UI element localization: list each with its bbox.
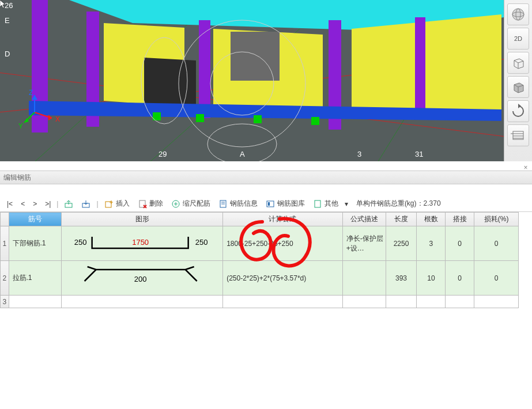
svg-text:31: 31 bbox=[415, 150, 423, 158]
svg-text:29: 29 bbox=[159, 150, 167, 158]
col-header-shape[interactable]: 图形 bbox=[61, 213, 222, 226]
svg-rect-13 bbox=[199, 20, 210, 118]
cell-shape: 250 1750 250 bbox=[61, 226, 222, 261]
rebar-table: 筋号 图形 计算公式 公式描述 长度 根数 搭接 损耗(%) 1 下部钢筋.1 … bbox=[0, 212, 519, 308]
cell-name: 下部钢筋.1 bbox=[9, 226, 61, 261]
svg-text:26: 26 bbox=[5, 1, 13, 10]
cell-length: 393 bbox=[386, 261, 417, 296]
col-header-count[interactable]: 根数 bbox=[417, 213, 446, 226]
axis-x-label: X bbox=[55, 115, 60, 123]
nav-first-button[interactable]: |< bbox=[3, 199, 16, 209]
other-dropdown[interactable]: 其他 ▾ bbox=[310, 198, 352, 210]
globe-view-button[interactable] bbox=[507, 3, 529, 25]
svg-rect-58 bbox=[267, 201, 274, 207]
viewport-3d[interactable]: X Y Z 26 E D 29 A 3 31 bbox=[0, 0, 504, 161]
cell-length: 2250 bbox=[386, 226, 417, 261]
viewport-scene: X Y Z 26 E D 29 A 3 31 bbox=[0, 0, 504, 161]
summary-value: 2.370 bbox=[424, 199, 441, 207]
panel-toggle-button[interactable] bbox=[507, 124, 529, 146]
svg-rect-20 bbox=[311, 117, 319, 125]
cell-formula: 1800-25+250-25+250 bbox=[223, 226, 343, 261]
col-header-lap[interactable]: 搭接 bbox=[446, 213, 474, 226]
axis-y-label: Y bbox=[18, 122, 23, 130]
chevron-down-icon: ▾ bbox=[345, 200, 348, 208]
cell-lap: 0 bbox=[446, 261, 474, 296]
svg-text:D: D bbox=[5, 50, 10, 58]
col-header-desc[interactable]: 公式描述 bbox=[342, 213, 386, 226]
cell-loss: 0 bbox=[474, 226, 519, 261]
cell-desc bbox=[342, 261, 386, 296]
cube-wire-button[interactable] bbox=[507, 52, 529, 74]
svg-marker-8 bbox=[352, 14, 501, 118]
rotate-button[interactable] bbox=[507, 100, 529, 122]
cursor-icon bbox=[0, 0, 6, 9]
svg-rect-19 bbox=[254, 115, 262, 123]
col-header-formula[interactable]: 计算公式 bbox=[223, 213, 343, 226]
right-toolbar: 2D bbox=[504, 0, 532, 161]
svg-marker-9 bbox=[144, 58, 196, 109]
scale-button[interactable]: 缩尺配筋 bbox=[168, 198, 214, 210]
col-header-name[interactable]: 筋号 bbox=[9, 213, 61, 226]
svg-text:A: A bbox=[240, 150, 245, 158]
cube-solid-button[interactable] bbox=[507, 76, 529, 98]
svg-point-38 bbox=[512, 9, 524, 20]
info-button[interactable]: 钢筋信息 bbox=[215, 198, 261, 210]
cell-loss: 0 bbox=[474, 261, 519, 296]
export-up-button[interactable] bbox=[61, 198, 77, 210]
panel-title: 编辑钢筋 bbox=[0, 171, 532, 184]
svg-text:E: E bbox=[5, 16, 10, 25]
table-row[interactable]: 1 下部钢筋.1 250 1750 250 1800-25+250-25+250… bbox=[1, 226, 519, 261]
svg-rect-18 bbox=[196, 114, 204, 122]
cell-desc: 净长-保护层+设… bbox=[342, 226, 386, 261]
nav-prev-button[interactable]: < bbox=[17, 199, 28, 209]
nav-next-button[interactable]: > bbox=[29, 199, 40, 209]
cell-name: 拉筋.1 bbox=[9, 261, 61, 296]
svg-rect-59 bbox=[268, 202, 270, 206]
summary-label: 单构件钢筋总重(kg)：2.370 bbox=[356, 199, 441, 209]
cell-formula: (250-2*25)+2*(75+3.57*d) bbox=[223, 261, 343, 296]
import-down-button[interactable] bbox=[78, 198, 94, 210]
nav-last-button[interactable]: >| bbox=[41, 199, 54, 209]
cell-count: 3 bbox=[417, 226, 446, 261]
close-panel-button[interactable]: × bbox=[520, 164, 531, 172]
svg-marker-41 bbox=[518, 104, 521, 108]
svg-text:250: 250 bbox=[195, 238, 208, 247]
rebar-toolbar: |< < > >| | | 插入 删除 缩尺配筋 钢筋信息 钢筋图库 其他 ▾ … bbox=[0, 196, 532, 212]
svg-text:1750: 1750 bbox=[132, 238, 149, 247]
delete-button[interactable]: 删除 bbox=[134, 198, 167, 210]
cell-shape: 200 bbox=[61, 261, 222, 296]
svg-rect-15 bbox=[415, 17, 425, 118]
view-2d-button[interactable]: 2D bbox=[507, 28, 529, 50]
axis-z-label: Z bbox=[29, 89, 33, 97]
cell-count: 10 bbox=[417, 261, 446, 296]
library-button[interactable]: 钢筋图库 bbox=[262, 198, 308, 210]
svg-text:3: 3 bbox=[357, 150, 361, 158]
svg-text:200: 200 bbox=[134, 275, 147, 283]
table-row[interactable]: 3 bbox=[1, 296, 519, 308]
svg-rect-60 bbox=[315, 200, 320, 207]
insert-button[interactable]: 插入 bbox=[101, 198, 133, 210]
svg-text:250: 250 bbox=[74, 238, 87, 247]
table-row[interactable]: 2 拉筋.1 200 (250-2*25)+2*(75+3.57*d) 393 … bbox=[1, 261, 519, 296]
col-header-loss[interactable]: 损耗(%) bbox=[474, 213, 519, 226]
col-header-length[interactable]: 长度 bbox=[386, 213, 417, 226]
cell-lap: 0 bbox=[446, 226, 474, 261]
